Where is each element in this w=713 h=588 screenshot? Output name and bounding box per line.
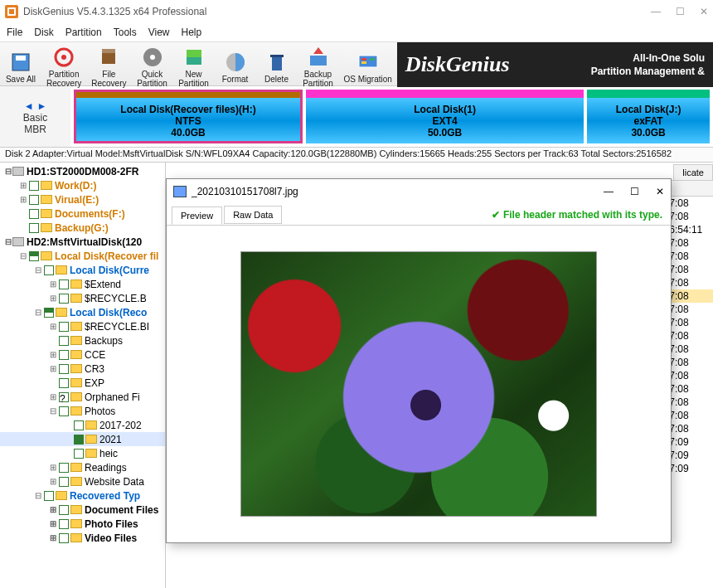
disk-prev-button[interactable]: ◄ [24,100,34,112]
tree-node[interactable]: ⊞$RECYCLE.B [0,291,165,305]
tree-node[interactable]: ⊞Website Data [0,474,165,488]
tree-node[interactable]: ⊞Readings [0,460,165,474]
checkbox[interactable] [29,181,39,191]
tree-node[interactable]: EXP [0,376,165,390]
backup-partition-button[interactable]: Backup Partition [298,42,339,88]
checkbox[interactable] [29,223,39,233]
expand-icon[interactable]: ⊟ [33,491,42,500]
os-migration-button[interactable]: OS Migration [339,42,397,88]
checkbox[interactable] [59,336,69,346]
partition-block[interactable]: Local Disk(1)EXT450.0GB [306,90,584,143]
expand-icon[interactable]: ⊞ [48,477,57,486]
checkbox[interactable] [59,463,69,473]
checkbox[interactable] [44,308,54,318]
partition-block[interactable]: Local Disk(Recover files)(H:)NTFS40.0GB [74,90,303,143]
expand-icon[interactable]: ⊟ [48,406,57,415]
tree-node[interactable]: ⊞Virual(E:) [0,192,165,207]
tree-node[interactable]: ⊟Local Disk(Recover fil [0,249,165,263]
tree-node[interactable]: Backups [0,333,165,347]
expand-icon[interactable]: ⊞ [48,392,57,401]
partition-recovery-button[interactable]: Partition Recovery [41,42,86,88]
checkbox[interactable] [59,364,69,374]
expand-icon[interactable]: ⊞ [48,279,57,289]
checkbox[interactable] [74,435,84,445]
preview-close-button[interactable]: ✕ [656,186,664,197]
tree-node[interactable]: ⊟HD1:ST2000DM008-2FR [0,164,165,178]
expand-icon[interactable]: ⊞ [48,519,57,528]
checkbox[interactable] [74,420,84,430]
preview-minimize-button[interactable]: — [604,186,614,197]
tree-node[interactable]: ⊞$RECYCLE.BI [0,319,165,333]
preview-tab-rawdata[interactable]: Raw Data [224,206,282,224]
expand-icon[interactable]: ⊞ [48,322,57,331]
delete-button[interactable]: Delete [256,42,298,88]
expand-icon[interactable]: ⊞ [48,505,57,514]
tree-node[interactable]: ⊞Photo Files [0,517,165,531]
checkbox[interactable] [59,533,69,543]
menu-partition[interactable]: Partition [65,27,102,38]
checkbox[interactable] [29,251,39,261]
menu-help[interactable]: Help [182,27,202,38]
disk-next-button[interactable]: ► [36,100,46,112]
expand-icon[interactable]: ⊟ [33,308,42,317]
close-button[interactable]: ✕ [700,6,708,17]
expand-icon[interactable]: ⊞ [18,181,27,190]
checkbox[interactable] [59,322,69,332]
expand-icon[interactable]: ⊟ [3,167,12,176]
new-partition-button[interactable]: New Partition [173,42,215,88]
checkbox[interactable] [59,294,69,304]
expand-icon[interactable]: ⊞ [48,350,57,359]
tree-node[interactable]: ⊞?Orphaned Fi [0,390,165,404]
expand-icon[interactable]: ⊟ [33,265,42,275]
tree-node[interactable]: ⊞CR3 [0,362,165,376]
checkbox[interactable] [44,265,54,275]
tree-node[interactable]: 2017-202 [0,418,165,432]
expand-icon[interactable]: ⊞ [48,463,57,472]
directory-tree[interactable]: ⊟HD1:ST2000DM008-2FR⊞Work(D:)⊞Virual(E:)… [0,163,166,588]
tree-node[interactable]: ⊞Video Files [0,531,165,545]
tree-node[interactable]: Documents(F:) [0,207,165,221]
file-recovery-button[interactable]: File Recovery [86,42,131,88]
preview-tab-preview[interactable]: Preview [172,207,222,225]
expand-icon[interactable]: ⊟ [18,251,27,260]
checkbox[interactable] [59,505,69,515]
checkbox[interactable] [59,279,69,289]
menu-disk[interactable]: Disk [34,27,53,38]
menu-view[interactable]: View [148,27,170,38]
checkbox[interactable]: ? [59,392,69,402]
partition-block[interactable]: Local Disk(J:)exFAT30.0GB [587,90,710,143]
tree-node[interactable]: ⊟Local Disk(Curre [0,263,165,277]
expand-icon[interactable]: ⊟ [3,237,12,246]
checkbox[interactable] [59,477,69,487]
preview-maximize-button[interactable]: ☐ [630,186,639,197]
tree-node[interactable]: heic [0,446,165,460]
save-all-button[interactable]: Save All [0,42,41,88]
format-button[interactable]: Format [215,42,256,88]
checkbox[interactable] [74,449,84,459]
tab-duplicate[interactable]: licate [673,164,713,180]
tree-node[interactable]: 2021 [0,432,165,446]
tree-node[interactable]: ⊞$Extend [0,277,165,291]
checkbox[interactable] [29,195,39,205]
checkbox[interactable] [59,350,69,360]
quick-partition-button[interactable]: Quick Partition [132,42,173,88]
tree-node[interactable]: ⊟HD2:MsftVirtualDisk(120 [0,235,165,249]
menu-tools[interactable]: Tools [114,27,137,38]
tree-node[interactable]: Backup(G:) [0,221,165,235]
expand-icon[interactable]: ⊞ [48,364,57,373]
tree-node[interactable]: ⊞Document Files [0,503,165,517]
tree-node[interactable]: ⊞Work(D:) [0,178,165,192]
checkbox[interactable] [59,378,69,388]
checkbox[interactable] [44,491,54,501]
expand-icon[interactable]: ⊞ [48,294,57,303]
tree-node[interactable]: ⊟Photos [0,404,165,418]
expand-icon[interactable]: ⊞ [18,195,27,204]
checkbox[interactable] [59,406,69,416]
menu-file[interactable]: File [7,27,22,38]
minimize-button[interactable]: — [651,6,661,17]
checkbox[interactable] [59,519,69,529]
tree-node[interactable]: ⊟Recovered Typ [0,488,165,503]
checkbox[interactable] [29,209,39,219]
tree-node[interactable]: ⊞CCE [0,347,165,362]
maximize-button[interactable]: ☐ [676,6,685,17]
